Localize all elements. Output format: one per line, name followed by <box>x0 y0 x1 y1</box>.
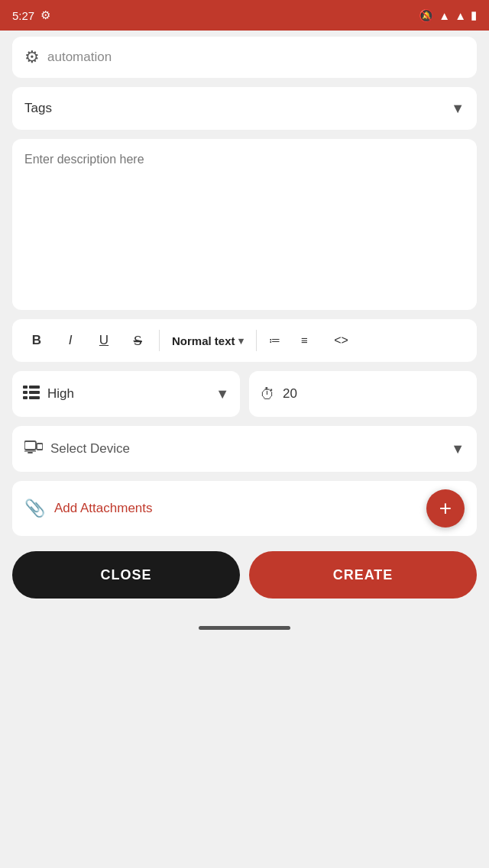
wifi-icon: ▲ <box>439 9 450 22</box>
svg-rect-9 <box>37 444 43 450</box>
status-time: 5:27 <box>12 9 34 22</box>
toolbar-divider-2 <box>256 330 257 351</box>
svg-rect-7 <box>29 396 40 399</box>
toolbar-divider <box>159 330 160 351</box>
italic-button[interactable]: I <box>55 325 86 356</box>
svg-text:≡: ≡ <box>301 334 308 347</box>
attachments-label: Add Attachments <box>54 501 426 516</box>
add-attachment-button[interactable]: + <box>426 489 465 528</box>
svg-text:≔: ≔ <box>269 334 280 347</box>
bell-mute-icon: 🔕 <box>419 8 434 23</box>
automation-card: ⚙ automation <box>12 37 477 78</box>
bottom-actions: CLOSE CREATE <box>12 551 477 608</box>
unordered-list-button[interactable]: ≡ <box>295 326 324 355</box>
main-content: ⚙ automation Tags ▼ B I U S̶ Normal text… <box>0 37 489 620</box>
home-bar <box>199 626 290 630</box>
paperclip-icon: 📎 <box>24 499 45 518</box>
underline-button[interactable]: U <box>89 325 119 356</box>
tags-card[interactable]: Tags ▼ <box>12 87 477 130</box>
priority-card[interactable]: High ▼ <box>12 371 240 417</box>
priority-label: High <box>47 386 208 402</box>
formatting-toolbar: B I U S̶ Normal text ▾ ≔ ≡ <> <box>12 319 477 362</box>
gear-icon: ⚙ <box>24 47 40 67</box>
device-label: Select Device <box>50 441 443 457</box>
close-button[interactable]: CLOSE <box>12 551 240 599</box>
create-button[interactable]: CREATE <box>249 551 477 599</box>
text-style-dropdown[interactable]: Normal text ▾ <box>166 327 250 354</box>
status-bar: 5:27 ⚙ 🔕 ▲ ▲ ▮ <box>0 0 489 31</box>
priority-list-icon <box>23 384 40 405</box>
text-style-chevron-icon: ▾ <box>238 335 244 347</box>
description-card[interactable] <box>12 139 477 310</box>
svg-rect-8 <box>24 441 36 450</box>
text-style-label: Normal text <box>172 334 235 347</box>
svg-rect-3 <box>29 386 40 389</box>
strikethrough-button[interactable]: S̶ <box>122 325 153 356</box>
ordered-list-button[interactable]: ≔ <box>263 326 292 355</box>
description-input[interactable] <box>12 139 477 307</box>
bold-button[interactable]: B <box>21 325 52 356</box>
gear-status-icon: ⚙ <box>40 8 50 22</box>
time-value: 20 <box>283 386 297 402</box>
code-button[interactable]: <> <box>327 326 356 355</box>
svg-rect-2 <box>23 386 28 389</box>
attachments-card[interactable]: 📎 Add Attachments + <box>12 481 477 536</box>
time-card[interactable]: ⏱ 20 <box>249 371 477 417</box>
home-indicator <box>0 620 489 633</box>
chevron-down-icon: ▼ <box>451 101 465 117</box>
select-device-card[interactable]: Select Device ▼ <box>12 426 477 472</box>
device-icon <box>24 439 43 460</box>
device-chevron-icon: ▼ <box>451 441 465 457</box>
svg-rect-4 <box>23 391 28 394</box>
svg-rect-5 <box>29 391 40 394</box>
svg-rect-6 <box>23 396 28 399</box>
priority-time-row: High ▼ ⏱ 20 <box>12 371 477 417</box>
clock-icon: ⏱ <box>260 386 275 403</box>
signal-icon: ▲ <box>455 9 466 22</box>
automation-label: automation <box>47 50 112 65</box>
priority-chevron-icon: ▼ <box>215 386 229 402</box>
battery-icon: ▮ <box>471 8 477 22</box>
tags-label: Tags <box>24 101 52 116</box>
